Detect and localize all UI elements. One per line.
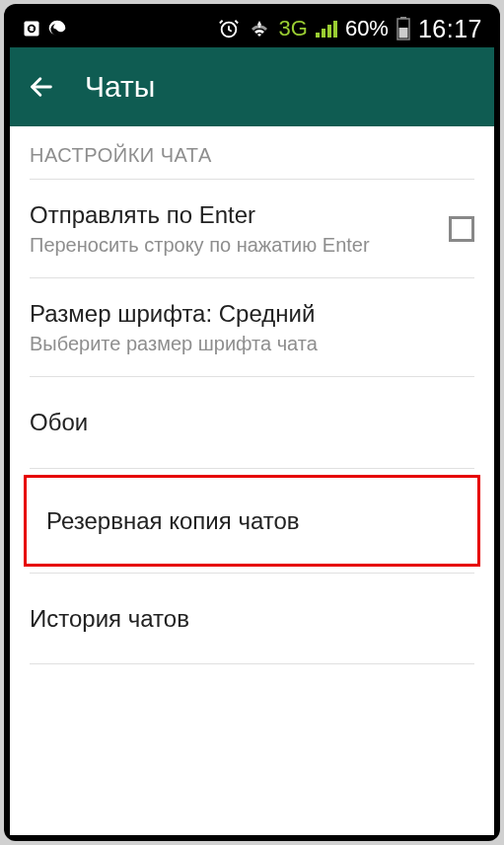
setting-text: Обои	[30, 407, 474, 437]
screen: 3G 60% 16:17	[10, 10, 494, 835]
wifi-icon	[248, 19, 271, 38]
status-left	[22, 19, 67, 38]
phone-frame: 3G 60% 16:17	[4, 4, 500, 841]
setting-title: Резервная копия чатов	[33, 505, 471, 536]
setting-subtitle: Выберите размер шрифта чата	[30, 331, 474, 356]
setting-title: Размер шрифта: Средний	[30, 298, 474, 329]
signal-icon	[316, 20, 337, 38]
settings-content: НАСТРОЙКИ ЧАТА Отправлять по Enter Перен…	[10, 126, 494, 664]
setting-title: Обои	[30, 407, 474, 437]
setting-chat-backup[interactable]: Резервная копия чатов	[24, 475, 480, 567]
setting-wallpaper[interactable]: Обои	[10, 377, 494, 467]
setting-subtitle: Переносить строку по нажатию Enter	[30, 232, 429, 258]
svg-rect-2	[316, 33, 320, 38]
setting-title: История чатов	[30, 603, 474, 634]
battery-icon	[396, 17, 410, 40]
alarm-icon	[218, 18, 240, 39]
svg-rect-5	[333, 21, 337, 38]
section-header-chat-settings: НАСТРОЙКИ ЧАТА	[10, 126, 494, 179]
setting-text: Отправлять по Enter Переносить строку по…	[30, 199, 429, 258]
status-right: 3G 60% 16:17	[218, 15, 482, 43]
clock-time: 16:17	[418, 15, 482, 43]
setting-text: Резервная копия чатов	[33, 505, 471, 536]
setting-chat-history[interactable]: История чатов	[10, 574, 494, 663]
network-label: 3G	[279, 16, 308, 41]
sync-icon	[22, 19, 41, 38]
divider	[30, 663, 474, 664]
page-title: Чаты	[85, 70, 155, 104]
svg-rect-8	[398, 28, 407, 38]
status-bar: 3G 60% 16:17	[10, 10, 494, 47]
divider	[30, 468, 474, 469]
swirl-icon	[47, 19, 67, 38]
svg-rect-0	[25, 22, 39, 37]
setting-title: Отправлять по Enter	[30, 199, 429, 230]
setting-send-on-enter[interactable]: Отправлять по Enter Переносить строку по…	[10, 180, 494, 277]
app-header: Чаты	[10, 47, 494, 126]
svg-rect-4	[327, 25, 331, 38]
checkbox-send-on-enter[interactable]	[449, 216, 474, 242]
battery-percentage: 60%	[345, 16, 389, 41]
setting-text: История чатов	[30, 603, 474, 634]
back-button[interactable]	[28, 73, 55, 101]
setting-font-size[interactable]: Размер шрифта: Средний Выберите размер ш…	[10, 278, 494, 376]
setting-text: Размер шрифта: Средний Выберите размер ш…	[30, 298, 474, 356]
svg-rect-3	[322, 29, 325, 38]
